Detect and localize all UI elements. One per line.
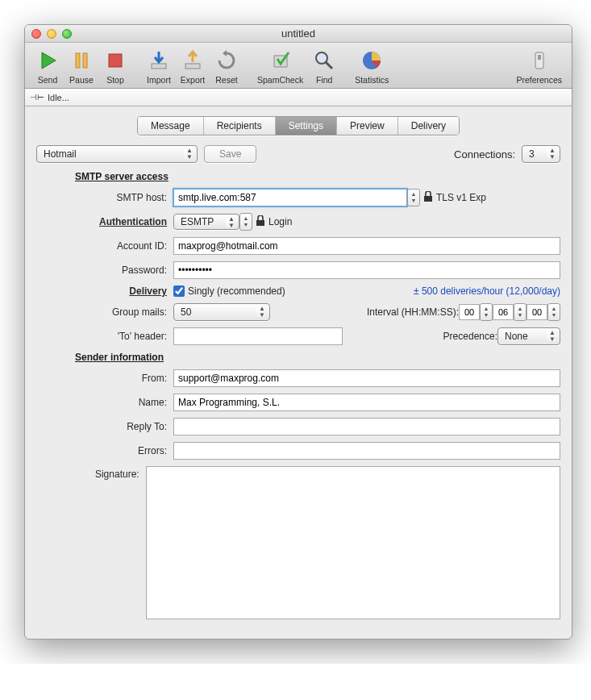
delivery-label: Delivery — [36, 285, 173, 297]
svg-marker-0 — [42, 52, 56, 69]
lock-icon — [256, 215, 265, 229]
svg-rect-13 — [256, 220, 264, 226]
account-id-label: Account ID: — [36, 240, 173, 252]
reset-icon — [214, 48, 239, 73]
signature-textarea[interactable] — [146, 466, 560, 619]
app-window: untitled Send Pause Stop — [24, 24, 572, 640]
svg-rect-3 — [109, 54, 122, 67]
interval-label: Interval (HH:MM:SS): — [367, 306, 459, 318]
smtp-host-label: SMTP host: — [36, 192, 173, 203]
tab-delivery[interactable]: Delivery — [398, 117, 459, 135]
signature-label: Signature: — [36, 466, 146, 480]
interval-mm-stepper[interactable]: ▲▼ — [514, 303, 526, 321]
group-mails-select[interactable]: 50 ▲▼ — [173, 303, 270, 321]
tab-recipients[interactable]: Recipients — [204, 117, 276, 135]
auth-method-select[interactable]: ESMTP ▲▼ — [173, 214, 239, 230]
name-input[interactable] — [173, 394, 560, 411]
status-bar: ⊣⊢ Idle... — [25, 89, 572, 106]
errors-label: Errors: — [36, 445, 173, 456]
svg-point-7 — [316, 52, 327, 64]
account-id-input[interactable] — [173, 237, 560, 255]
stop-button[interactable]: Stop — [101, 48, 130, 85]
password-input[interactable] — [173, 261, 560, 279]
smtp-host-stepper[interactable]: ▲▼ — [407, 189, 420, 206]
svg-marker-6 — [223, 50, 227, 56]
from-input[interactable] — [173, 369, 560, 387]
status-icon: ⊣⊢ — [30, 93, 44, 102]
tls-label: TLS v1 Exp — [436, 192, 486, 203]
precedence-select[interactable]: None ▲▼ — [497, 327, 560, 345]
errors-input[interactable] — [173, 442, 560, 460]
titlebar: untitled — [25, 25, 572, 43]
import-button[interactable]: Import — [144, 48, 173, 85]
svg-rect-12 — [424, 196, 432, 202]
tab-preview[interactable]: Preview — [337, 117, 398, 135]
svg-line-8 — [326, 62, 332, 69]
play-icon — [35, 48, 60, 73]
to-header-label: 'To' header: — [36, 331, 173, 342]
svg-rect-2 — [83, 53, 87, 68]
interval-hh-input[interactable] — [459, 304, 480, 320]
preferences-icon — [526, 48, 552, 73]
status-text: Idle... — [48, 93, 69, 102]
send-button[interactable]: Send — [33, 48, 62, 85]
spamcheck-button[interactable]: SpamCheck — [256, 48, 305, 85]
name-label: Name: — [36, 397, 173, 408]
toolbar: Send Pause Stop Import — [25, 43, 572, 89]
to-header-input[interactable] — [173, 327, 343, 345]
tab-message[interactable]: Message — [138, 117, 204, 135]
statistics-button[interactable]: Statistics — [353, 48, 390, 85]
preset-select[interactable]: Hotmail ▲▼ — [36, 145, 198, 163]
auth-stepper[interactable]: ▲▼ — [239, 213, 252, 231]
group-mails-label: Group mails: — [36, 306, 173, 318]
interval-mm-input[interactable] — [493, 304, 514, 320]
spamcheck-icon — [268, 48, 293, 73]
lock-icon — [423, 191, 433, 205]
svg-rect-11 — [538, 55, 541, 60]
reset-button[interactable]: Reset — [212, 48, 241, 85]
tab-settings[interactable]: Settings — [276, 117, 337, 135]
singly-checkbox[interactable] — [173, 285, 185, 297]
connections-select[interactable]: 3 ▲▼ — [522, 145, 560, 163]
interval-ss-stepper[interactable]: ▲▼ — [547, 303, 560, 321]
stop-icon — [102, 48, 128, 73]
tab-bar: Message Recipients Settings Preview Deli… — [36, 116, 560, 135]
precedence-label: Precedence: — [443, 331, 497, 342]
svg-rect-5 — [185, 64, 200, 69]
magnifier-icon — [311, 48, 337, 73]
sender-section-header: Sender information — [75, 352, 560, 363]
connections-label: Connections: — [454, 148, 515, 160]
reply-to-input[interactable] — [173, 418, 560, 435]
smtp-section-header: SMTP server access — [75, 171, 560, 182]
login-label: Login — [268, 216, 292, 227]
import-icon — [146, 48, 172, 73]
svg-rect-4 — [152, 64, 166, 69]
delivery-rate-info: ± 500 deliveries/hour (12,000/day) — [414, 285, 560, 297]
pause-icon — [69, 48, 94, 73]
interval-hh-stepper[interactable]: ▲▼ — [480, 303, 493, 321]
authentication-label: Authentication — [36, 216, 173, 227]
pie-chart-icon — [359, 48, 385, 73]
save-button[interactable]: Save — [204, 145, 256, 163]
svg-rect-1 — [76, 53, 80, 68]
password-label: Password: — [36, 265, 173, 276]
export-icon — [180, 48, 206, 73]
interval-ss-input[interactable] — [526, 304, 547, 320]
preferences-button[interactable]: Preferences — [514, 48, 564, 85]
from-label: From: — [36, 373, 173, 384]
smtp-host-input[interactable] — [173, 189, 407, 206]
pause-button[interactable]: Pause — [67, 48, 96, 85]
window-title: untitled — [25, 27, 572, 40]
reply-to-label: Reply To: — [36, 421, 173, 432]
singly-label: Singly (recommended) — [188, 285, 285, 297]
find-button[interactable]: Find — [310, 48, 339, 85]
export-button[interactable]: Export — [178, 48, 207, 85]
